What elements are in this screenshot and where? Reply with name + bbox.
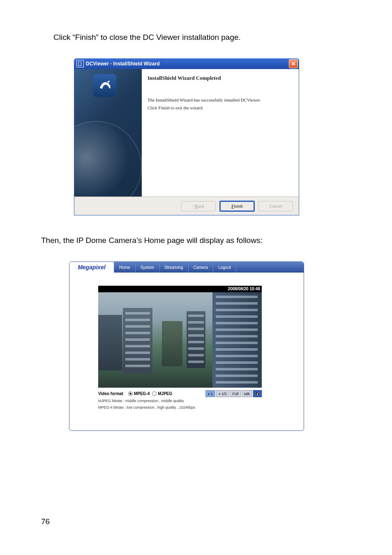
zoom-full-button[interactable]: Full xyxy=(230,390,241,397)
bitrate-line-2: MPEG-4 bitrate : low compression , high … xyxy=(98,405,262,410)
wizard-text-2: Click Finish to exit the wizard. xyxy=(148,105,291,111)
window-title: DCViewer - InstallShield Wizard xyxy=(86,61,289,67)
close-icon[interactable] xyxy=(289,59,298,68)
instruction-2: Then, the IP Dome Camera’s Home page wil… xyxy=(41,236,359,245)
nav-tabs: Home System Streaming Camera Logout xyxy=(114,262,304,273)
talk-button[interactable]: talk xyxy=(242,390,252,397)
svg-rect-2 xyxy=(256,392,258,393)
wizard-side-graphic xyxy=(74,69,142,197)
tab-logout[interactable]: Logout xyxy=(213,262,236,273)
radio-mpeg4-label: MPEG-4 xyxy=(134,391,150,396)
video-feed xyxy=(98,292,262,388)
installer-icon xyxy=(76,60,84,67)
radio-mpeg4[interactable] xyxy=(128,391,133,396)
tab-home[interactable]: Home xyxy=(114,262,136,273)
camera-homepage: Megapixel Home System Streaming Camera L… xyxy=(69,261,304,431)
video-controls: Video format MPEG-4 MJPEG x 1 x 1/2 Full… xyxy=(98,390,262,397)
instruction-1: Click “Finish” to close the DC Viewer in… xyxy=(53,33,359,42)
cancel-button[interactable]: Cancel xyxy=(258,201,293,211)
finish-button[interactable]: Finish xyxy=(220,201,254,211)
snapshot-icon[interactable] xyxy=(253,390,262,397)
back-button[interactable]: < Back xyxy=(181,201,216,211)
titlebar: DCViewer - InstallShield Wizard xyxy=(74,58,299,69)
tab-camera[interactable]: Camera xyxy=(189,262,214,273)
bitrate-line-1: MJPEG bitrate : middle compression , mid… xyxy=(98,399,262,404)
page-number: 76 xyxy=(41,517,50,526)
finish-post: inish xyxy=(234,204,242,208)
zoom-x12-button[interactable]: x 1/2 xyxy=(216,390,229,397)
tab-system[interactable]: System xyxy=(136,262,159,273)
back-u: B xyxy=(195,204,198,208)
button-bar: < Back Finish Cancel xyxy=(74,197,299,215)
zoom-x1-button[interactable]: x 1 xyxy=(205,390,215,397)
wizard-heading: InstallShield Wizard Completed xyxy=(148,75,291,81)
video-format-label: Video format xyxy=(98,391,123,396)
installer-window: DCViewer - InstallShield Wizard InstallS… xyxy=(74,58,299,215)
radio-mjpeg[interactable] xyxy=(152,391,157,396)
svg-point-1 xyxy=(257,393,258,395)
tab-streaming[interactable]: Streaming xyxy=(159,262,189,273)
wizard-text: The InstallShield Wizard has successfull… xyxy=(148,97,291,103)
brand-logo: Megapixel xyxy=(69,262,114,273)
timestamp-bar: 2008/08/20 10:48 xyxy=(98,286,262,292)
installshield-logo-icon xyxy=(93,74,116,97)
radio-mjpeg-label: MJPEG xyxy=(158,391,172,396)
back-post: ack xyxy=(198,204,204,208)
